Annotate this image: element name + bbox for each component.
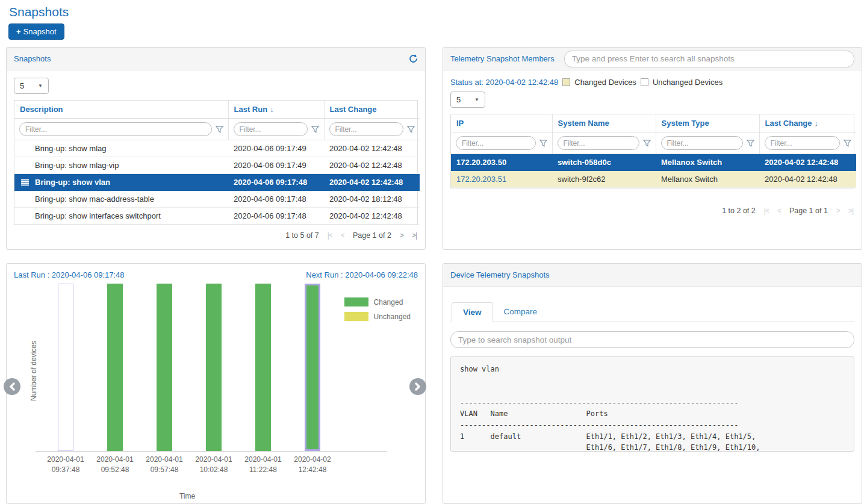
- plus-icon: +: [16, 27, 21, 36]
- add-snapshot-button[interactable]: +Snapshot: [8, 23, 64, 40]
- column-header-description[interactable]: Description: [14, 101, 228, 119]
- funnel-icon[interactable]: [216, 126, 223, 133]
- chevron-down-icon: ▼: [474, 97, 479, 102]
- changed-devices-checkbox[interactable]: [562, 78, 570, 86]
- last-page-button[interactable]: >|: [848, 207, 853, 215]
- snapshots-table: Description Last Run↓ Last Change: [14, 101, 420, 225]
- unchanged-devices-label: Unchanged Devices: [653, 78, 722, 87]
- chevron-right-icon: [414, 382, 421, 391]
- pagination-range: 1 to 5 of 7: [285, 231, 319, 240]
- chart-bar[interactable]: [157, 284, 172, 451]
- chart-bar[interactable]: [58, 284, 73, 451]
- members-page-size-select[interactable]: 5 ▼: [450, 92, 485, 108]
- funnel-icon[interactable]: [311, 126, 319, 133]
- table-row-selected[interactable]: 172.20.203.50 switch-058d0c Mellanox Swi…: [451, 154, 856, 171]
- table-row-selected[interactable]: Bring-up: show vlan 2020-04-06 09:17:48 …: [14, 174, 420, 191]
- last-change-filter-input[interactable]: [329, 122, 404, 136]
- column-header-ip[interactable]: IP: [451, 114, 552, 132]
- members-pagination: 1 to 2 of 2 |< < Page 1 of 1 > >|: [450, 207, 854, 215]
- device-panel-header: Device Telemetry Snapshots: [443, 264, 862, 287]
- column-header-system-type[interactable]: System Type: [656, 114, 759, 132]
- chart-bar[interactable]: [107, 284, 123, 451]
- prev-page-button[interactable]: <: [341, 231, 344, 240]
- device-panel-title: Device Telemetry Snapshots: [450, 270, 550, 279]
- filter-row: [14, 119, 420, 140]
- x-tick-label: 2020-04-0212:42:48: [279, 455, 346, 475]
- members-table: IP System Name System Type Last Change↓: [451, 114, 856, 188]
- snapshots-panel: Snapshots 5 ▼ Description Last Run↓ Last…: [6, 47, 426, 250]
- snapshot-output-search-input[interactable]: [450, 331, 854, 348]
- snapshots-page: { "page": { "title": "Snapshots", "add_b…: [0, 0, 867, 504]
- snapshots-page-size-select[interactable]: 5 ▼: [14, 78, 49, 94]
- snapshot-console-output: show vlan ------------------------------…: [450, 356, 854, 452]
- filter-row: [451, 132, 856, 154]
- pagination-range: 1 to 2 of 2: [722, 207, 756, 215]
- snapshot-search-input[interactable]: [564, 51, 854, 67]
- column-header-last-change[interactable]: Last Change↓: [759, 114, 856, 132]
- funnel-icon[interactable]: [844, 140, 851, 147]
- chevron-left-icon: [8, 382, 16, 391]
- table-row[interactable]: Bring-up: show mlag-vip 2020-04-06 09:17…: [14, 157, 420, 174]
- snapshots-pagination: 1 to 5 of 7 |< < Page 1 of 2 > >|: [14, 231, 418, 240]
- next-page-button[interactable]: >: [400, 231, 403, 240]
- status-at-label: Status at: 2020-04-02 12:42:48: [450, 78, 558, 87]
- bar-chart-plot: [7, 284, 425, 451]
- device-telemetry-panel: Device Telemetry Snapshots View Compare …: [443, 263, 862, 504]
- first-page-button[interactable]: |<: [328, 231, 332, 240]
- funnel-icon[interactable]: [539, 140, 547, 147]
- next-page-button[interactable]: >: [836, 207, 840, 215]
- sort-desc-icon: ↓: [815, 119, 819, 128]
- x-axis-line: [36, 451, 387, 452]
- last-run-filter-input[interactable]: [234, 122, 308, 136]
- tab-view[interactable]: View: [452, 302, 493, 322]
- column-header-last-run[interactable]: Last Run↓: [228, 101, 324, 119]
- device-tabs: View Compare: [450, 302, 854, 322]
- ip-filter-input[interactable]: [456, 136, 536, 150]
- system-type-filter-input[interactable]: [661, 136, 743, 150]
- changed-devices-label: Changed Devices: [574, 78, 636, 87]
- chart-bar[interactable]: [206, 284, 222, 451]
- funnel-icon[interactable]: [407, 126, 415, 133]
- table-row[interactable]: Bring-up: show mlag 2020-04-06 09:17:49 …: [14, 140, 420, 157]
- pagination-page: Page 1 of 2: [353, 231, 391, 240]
- column-header-system-name[interactable]: System Name: [552, 114, 656, 132]
- sort-desc-icon: ↓: [270, 105, 274, 114]
- chart-scroll-left-button[interactable]: [4, 378, 20, 395]
- last-run-label: Last Run : 2020-04-06 09:17:48: [14, 270, 125, 279]
- members-panel-header: Telemetry Snapshot Members: [443, 48, 862, 70]
- last-change-filter-input[interactable]: [765, 136, 841, 150]
- last-page-button[interactable]: >|: [412, 231, 417, 240]
- tab-compare[interactable]: Compare: [493, 302, 548, 322]
- funnel-icon[interactable]: [747, 140, 754, 147]
- pagination-page: Page 1 of 1: [789, 207, 828, 215]
- column-header-last-change[interactable]: Last Change: [324, 101, 420, 119]
- description-filter-input[interactable]: [19, 122, 212, 136]
- prev-page-button[interactable]: <: [777, 207, 781, 215]
- snapshots-panel-title: Snapshots: [14, 54, 409, 63]
- table-row[interactable]: Bring-up: show interfaces switchport 202…: [14, 208, 420, 225]
- members-panel-title: Telemetry Snapshot Members: [450, 54, 555, 63]
- unchanged-devices-checkbox[interactable]: [641, 78, 648, 86]
- funnel-icon[interactable]: [643, 140, 651, 147]
- refresh-icon[interactable]: [409, 54, 418, 63]
- chart-bar[interactable]: [255, 284, 271, 451]
- chart-bar[interactable]: [305, 284, 320, 451]
- snapshots-panel-header: Snapshots: [7, 48, 425, 70]
- table-row[interactable]: 172.20.203.51 switch-9f2c62 Mellanox Swi…: [451, 171, 856, 188]
- page-title: Snapshots: [9, 5, 69, 19]
- snapshot-history-chart-panel: Last Run : 2020-04-06 09:17:48 Next Run …: [6, 263, 426, 504]
- first-page-button[interactable]: |<: [764, 207, 769, 215]
- table-row[interactable]: Bring-up: show mac-address-table 2020-04…: [14, 191, 420, 208]
- chevron-down-icon: ▼: [38, 83, 43, 89]
- next-run-label: Next Run : 2020-04-06 09:22:48: [306, 270, 418, 279]
- system-name-filter-input[interactable]: [558, 136, 639, 150]
- x-axis-title: Time: [179, 492, 195, 500]
- list-icon: [21, 179, 29, 185]
- telemetry-members-panel: Telemetry Snapshot Members Status at: 20…: [443, 47, 862, 250]
- chart-scroll-right-button[interactable]: [409, 378, 426, 395]
